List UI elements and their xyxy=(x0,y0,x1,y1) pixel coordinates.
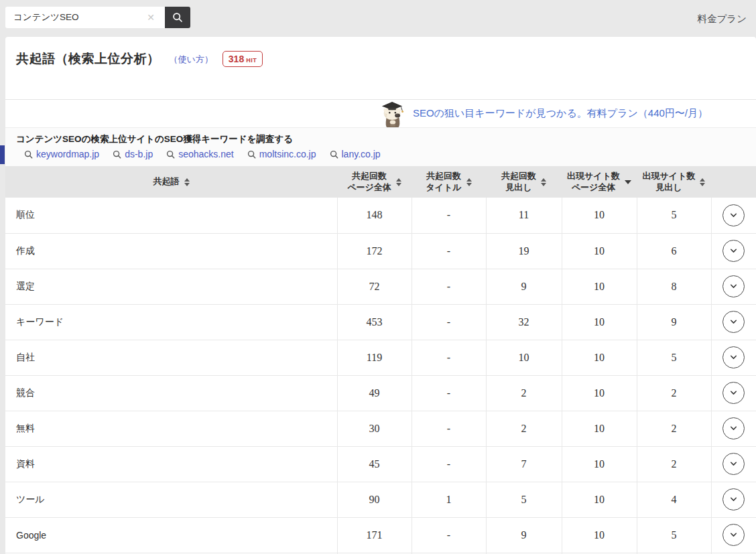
chevron-down-icon xyxy=(729,211,738,220)
section-title: コンテンツSEOの検索上位サイトのSEO獲得キーワードを調査する xyxy=(5,128,756,147)
col-header-word[interactable]: 共起語 xyxy=(5,166,337,198)
col-header-sites-page[interactable]: 出現サイト数ページ全体 xyxy=(562,166,637,198)
chevron-down-icon xyxy=(729,531,738,539)
table-row: ツール 90 1 5 10 4 xyxy=(5,482,756,517)
cooccurrence-word: 競合 xyxy=(5,375,337,411)
sort-both-icon xyxy=(184,178,190,186)
col-header-cooccur-page[interactable]: 共起回数ページ全体 xyxy=(337,166,412,198)
cooccurrence-word: 選定 xyxy=(5,269,337,304)
table-row: 資料 45 - 7 10 2 xyxy=(5,446,756,482)
sort-both-icon xyxy=(541,178,546,186)
expand-row-button[interactable] xyxy=(722,240,745,262)
table-row: 無料 30 - 2 10 2 xyxy=(5,411,756,446)
site-link-keywordmap[interactable]: keywordmap.jp xyxy=(24,149,99,159)
title-block: 共起語（検索上位分析） （使い方） 318 HIT xyxy=(5,37,756,99)
cooccurrence-word: 作成 xyxy=(5,233,337,269)
col-header-expand xyxy=(711,166,756,198)
search-icon xyxy=(172,12,183,23)
search-button[interactable] xyxy=(165,7,190,28)
table-row: 選定 72 - 9 10 8 xyxy=(5,269,756,304)
table-row: 自社 119 - 10 10 5 xyxy=(5,340,756,375)
chevron-down-icon xyxy=(729,460,738,468)
table-row: Google 171 - 9 10 5 xyxy=(5,517,756,553)
search-icon xyxy=(113,150,121,159)
cooccurrence-word: 無料 xyxy=(5,411,337,446)
expand-row-button[interactable] xyxy=(722,204,745,226)
promo-banner: SEOの狙い目キーワードが見つかる。有料プラン（440円〜/月） xyxy=(5,99,756,127)
cooccurrence-table: 共起語 共起回数ページ全体 共起回数タイトル xyxy=(5,166,756,554)
hit-count-badge: 318 HIT xyxy=(223,51,263,67)
site-link-ds-b[interactable]: ds-b.jp xyxy=(113,149,153,159)
search-icon xyxy=(24,150,33,159)
table-header-row: 共起語 共起回数ページ全体 共起回数タイトル xyxy=(5,166,756,198)
cooccurrence-word: Google xyxy=(5,517,337,553)
cooccurrence-word: 自社 xyxy=(5,340,337,375)
cooccurrence-word: 資料 xyxy=(5,446,337,482)
pricing-plan-link[interactable]: 料金プラン xyxy=(697,13,747,25)
table-row: 作成 172 - 19 10 6 xyxy=(5,233,756,269)
site-links-row: keywordmap.jp ds-b.jp seohacks.net molts… xyxy=(5,147,756,159)
sort-both-icon xyxy=(396,178,401,186)
chevron-down-icon xyxy=(729,495,738,504)
search-icon xyxy=(247,150,256,159)
expand-row-button[interactable] xyxy=(722,524,745,546)
chevron-down-icon xyxy=(729,353,738,362)
table-row: 競合 49 - 2 10 2 xyxy=(5,375,756,411)
expand-row-button[interactable] xyxy=(722,488,745,510)
search-icon xyxy=(166,150,175,159)
chevron-down-icon xyxy=(729,424,738,433)
table-row: 順位 148 - 11 10 5 xyxy=(5,198,756,233)
accent-bar xyxy=(0,145,5,164)
cooccurrence-word: キーワード xyxy=(5,304,337,340)
expand-row-button[interactable] xyxy=(722,417,745,439)
chevron-down-icon xyxy=(729,282,738,291)
sort-desc-icon xyxy=(625,180,631,184)
col-header-sites-heading[interactable]: 出現サイト数見出し xyxy=(637,166,711,198)
site-link-lany[interactable]: lany.co.jp xyxy=(330,149,381,159)
expand-row-button[interactable] xyxy=(722,275,745,297)
page-title: 共起語（検索上位分析） xyxy=(16,50,160,68)
otter-mascot-icon xyxy=(379,101,407,128)
search-icon xyxy=(330,150,338,159)
expand-row-button[interactable] xyxy=(722,346,745,368)
hit-count: 318 xyxy=(229,54,244,64)
search-bar: ✕ xyxy=(5,7,190,28)
expand-row-button[interactable] xyxy=(722,382,745,404)
search-input[interactable] xyxy=(5,7,165,28)
expand-row-button[interactable] xyxy=(722,311,745,333)
investigate-section: コンテンツSEOの検索上位サイトのSEO獲得キーワードを調査する keyword… xyxy=(5,127,756,166)
main-card: 共起語（検索上位分析） （使い方） 318 HIT xyxy=(5,37,756,554)
clear-search-icon[interactable]: ✕ xyxy=(142,7,160,28)
chevron-down-icon xyxy=(729,318,738,326)
cooccurrence-word: ツール xyxy=(5,482,337,517)
table-row: キーワード 453 - 32 10 9 xyxy=(5,304,756,340)
expand-row-button[interactable] xyxy=(722,453,745,475)
upgrade-plan-link[interactable]: SEOの狙い目キーワードが見つかる。有料プラン（440円〜/月） xyxy=(413,107,708,120)
topbar: ✕ 料金プラン xyxy=(0,0,756,37)
col-header-cooccur-title[interactable]: 共起回数タイトル xyxy=(412,166,486,198)
chevron-down-icon xyxy=(729,389,738,397)
site-link-moltsinc[interactable]: moltsinc.co.jp xyxy=(247,149,316,159)
cooccurrence-word: 順位 xyxy=(5,198,337,233)
usage-link[interactable]: （使い方） xyxy=(170,54,213,66)
sort-both-icon xyxy=(466,178,472,186)
hit-label: HIT xyxy=(246,57,257,64)
sort-both-icon xyxy=(700,178,705,186)
col-header-cooccur-heading[interactable]: 共起回数見出し xyxy=(486,166,562,198)
site-link-seohacks[interactable]: seohacks.net xyxy=(166,149,234,159)
chevron-down-icon xyxy=(729,247,738,255)
